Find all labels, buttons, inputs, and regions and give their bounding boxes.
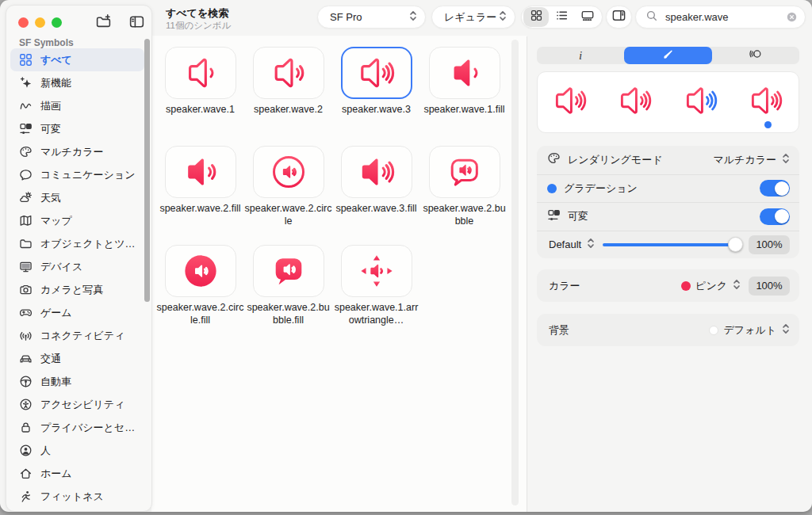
inspector-tabs: i <box>537 47 799 64</box>
variable-icon <box>17 122 34 135</box>
weight-picker[interactable]: レギュラー <box>431 6 515 29</box>
sidebar-item-3[interactable]: 可変 <box>10 117 144 140</box>
symbol-icon[interactable] <box>341 245 412 297</box>
symbol-tile[interactable]: speaker.wave.2.circle <box>244 146 332 245</box>
sidebar-item-5[interactable]: コミュニケーション <box>10 163 144 186</box>
palette-icon <box>547 151 561 168</box>
sidebar-scrollbar[interactable] <box>144 39 150 302</box>
sidebar-item-label: 交通 <box>40 352 61 366</box>
symbol-tile[interactable]: speaker.wave.3.fill <box>332 146 420 245</box>
sidebar-item-7[interactable]: マップ <box>10 209 144 232</box>
symbol-icon[interactable] <box>253 47 324 99</box>
chevron-up-down-icon[interactable] <box>587 237 595 253</box>
sidebar-item-label: コネクティビティ <box>40 329 124 343</box>
sidebar-item-0[interactable]: すべて <box>10 48 144 71</box>
symbol-icon[interactable] <box>165 47 236 99</box>
bubble-icon <box>17 168 34 181</box>
symbol-tile[interactable]: speaker.wave.2 <box>244 47 332 146</box>
symbol-icon[interactable] <box>341 146 412 198</box>
symbol-icon[interactable] <box>429 47 500 99</box>
symbol-tile[interactable]: speaker.wave.2.fill <box>156 146 244 245</box>
chevron-up-down-icon[interactable] <box>782 152 790 168</box>
chevron-up-down-icon[interactable] <box>733 278 741 294</box>
symbol-tile[interactable]: speaker.wave.1.arrowtriangle… <box>332 245 420 344</box>
lock-icon <box>17 421 34 434</box>
sidebar-item-17[interactable]: 人 <box>10 439 144 462</box>
minimize-window-button[interactable] <box>35 17 45 28</box>
pink-swatch-icon <box>681 281 691 291</box>
symbol-icon[interactable] <box>429 146 500 198</box>
symbol-label: speaker.wave.3 <box>342 104 411 116</box>
sidebar-item-label: アクセシビリティ <box>40 398 124 412</box>
sidebar-item-8[interactable]: オブジェクトとツ… <box>10 232 144 255</box>
sidebar-item-19[interactable]: フィットネス <box>10 485 144 508</box>
symbol-label: speaker.wave.2.bubble <box>420 203 508 227</box>
variable-slider[interactable] <box>603 236 741 253</box>
main-scrollbar[interactable] <box>511 40 519 505</box>
preview-monochrome[interactable] <box>553 84 587 120</box>
sidebar-item-13[interactable]: 交通 <box>10 347 144 370</box>
font-picker[interactable]: SF Pro <box>317 6 426 29</box>
symbol-icon[interactable] <box>253 146 324 198</box>
gradient-label: グラデーション <box>564 181 638 196</box>
sidebar-item-label: すべて <box>40 53 72 67</box>
zoom-window-button[interactable] <box>52 17 62 28</box>
gradient-toggle[interactable] <box>760 180 790 196</box>
symbol-tile[interactable]: speaker.wave.3 <box>332 47 420 146</box>
preview-multicolor[interactable] <box>749 84 783 120</box>
new-folder-button[interactable] <box>94 13 113 32</box>
weight-picker-value: レギュラー <box>444 10 496 25</box>
gamecontroller-icon <box>17 306 34 319</box>
symbol-icon[interactable] <box>253 245 324 297</box>
tab-info[interactable]: i <box>537 47 624 64</box>
sidebar-item-18[interactable]: ホーム <box>10 462 144 485</box>
sidebar-left-icon <box>128 13 145 33</box>
symbol-label: speaker.wave.1.fill <box>423 104 504 116</box>
sidebar-item-label: 新機能 <box>40 76 71 90</box>
variable-icon <box>547 208 561 225</box>
sidebar-item-label: 自動車 <box>40 375 71 389</box>
sidebar-item-15[interactable]: アクセシビリティ <box>10 393 144 416</box>
symbol-tile[interactable]: speaker.wave.2.circle.fill <box>156 245 244 344</box>
slider-knob[interactable] <box>728 237 743 252</box>
variable-mode-value: Default <box>549 238 581 250</box>
sidebar-item-label: 人 <box>40 444 51 458</box>
sidebar-item-9[interactable]: デバイス <box>10 255 144 278</box>
symbol-tile[interactable]: speaker.wave.1.fill <box>420 47 508 146</box>
sidebar-item-1[interactable]: 新機能 <box>10 71 144 94</box>
sidebar-item-11[interactable]: ゲーム <box>10 301 144 324</box>
display-icon <box>17 260 34 273</box>
preview-hierarchical[interactable] <box>619 84 652 120</box>
symbol-icon[interactable] <box>341 47 412 99</box>
symbol-label: speaker.wave.1 <box>166 104 235 116</box>
symbol-icon[interactable] <box>165 146 236 198</box>
symbol-icon[interactable] <box>165 245 236 297</box>
sparkles-icon <box>17 76 34 90</box>
background-row: 背景 デフォルト <box>537 314 799 346</box>
sidebar-header: SF Symbols <box>19 37 74 48</box>
sidebar-item-14[interactable]: 自動車 <box>10 370 144 393</box>
tab-animation[interactable] <box>712 47 799 64</box>
background-value: デフォルト <box>723 323 776 338</box>
sidebar-item-label: ホーム <box>40 467 72 481</box>
symbol-tile[interactable]: speaker.wave.1 <box>156 47 244 146</box>
variable-toggle[interactable] <box>760 208 790 225</box>
sidebar-item-12[interactable]: コネクティビティ <box>10 324 144 347</box>
sidebar-item-10[interactable]: カメラと写真 <box>10 278 144 301</box>
sidebar-toggle-button[interactable] <box>127 13 146 32</box>
symbol-tile[interactable]: speaker.wave.2.bubble <box>420 146 508 245</box>
camera-icon <box>17 283 34 296</box>
symbol-tile[interactable]: speaker.wave.2.bubble.fill <box>244 245 332 344</box>
tab-rendering[interactable] <box>624 47 711 64</box>
sidebar-item-2[interactable]: 描画 <box>10 94 144 117</box>
sidebar-item-label: マップ <box>40 214 72 228</box>
close-window-button[interactable] <box>18 17 29 28</box>
sidebar-item-label: マルチカラー <box>40 145 104 159</box>
folder-plus-icon <box>95 13 112 33</box>
sidebar-item-4[interactable]: マルチカラー <box>10 140 144 163</box>
sidebar-item-label: コミュニケーション <box>40 168 135 182</box>
preview-palette[interactable] <box>684 84 718 120</box>
sidebar-item-6[interactable]: 天気 <box>10 186 144 209</box>
sidebar-item-16[interactable]: プライバシーとセ… <box>10 416 144 439</box>
chevron-up-down-icon[interactable] <box>782 322 790 338</box>
